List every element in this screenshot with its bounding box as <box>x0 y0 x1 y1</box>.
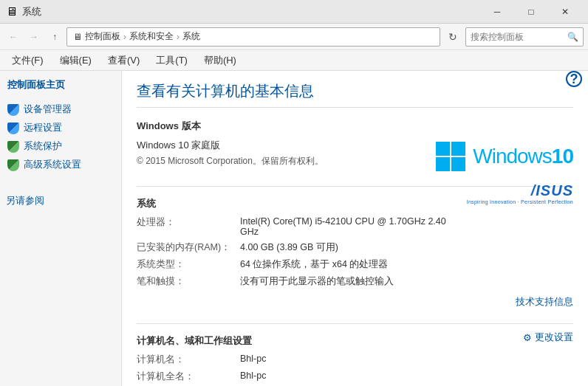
sidebar-item-remote[interactable]: 远程设置 <box>6 119 115 137</box>
cpu-value: Intel(R) Core(TM) i5-4210U CPU @ 1.70GHz… <box>240 216 455 237</box>
page-heading: 查看有关计算机的基本信息 <box>137 81 573 108</box>
addressbar: ← → ↑ 🖥 控制面板 › 系统和安全 › 系统 ↻ 🔍 <box>0 24 588 50</box>
search-input[interactable] <box>471 32 564 42</box>
comp-name-label: 计算机名： <box>137 354 240 366</box>
computer-section-title: 计算机名、域和工作组设置 <box>137 334 252 348</box>
menu-view[interactable]: 查看(V) <box>100 52 147 69</box>
minimize-button[interactable]: ─ <box>480 0 514 24</box>
shield-icon-1 <box>7 104 19 116</box>
tech-support-link[interactable]: 技术支持信息 <box>516 296 573 307</box>
grid-tr <box>451 142 465 156</box>
breadcrumb-part-1: 控制面板 <box>85 30 120 43</box>
windows10-text: Windows10 <box>473 145 573 168</box>
computer-section: 计算机名、域和工作组设置 ⚙ 更改设置 计算机名： Bhl-pc 计算机全名： … <box>137 334 573 386</box>
address-field[interactable]: 🖥 控制面板 › 系统和安全 › 系统 <box>66 27 440 46</box>
sidebar-label-protection: 系统保护 <box>24 140 62 153</box>
menubar: 文件(F) 编辑(E) 查看(V) 工具(T) 帮助(H) <box>0 50 588 71</box>
system-row-pen: 笔和触摸： 没有可用于此显示器的笔或触控输入 <box>137 275 455 288</box>
up-button[interactable]: ↑ <box>46 28 64 46</box>
type-value: 64 位操作系统，基于 x64 的处理器 <box>240 258 455 271</box>
system-row-cpu: 处理器： Intel(R) Core(TM) i5-4210U CPU @ 1.… <box>137 216 455 237</box>
system-row-ram: 已安装的内存(RAM)： 4.00 GB (3.89 GB 可用) <box>137 241 455 254</box>
sidebar-title: 控制面板主页 <box>6 78 115 92</box>
computer-info-table: 计算机名： Bhl-pc 计算机全名： Bhl-pc 计算机描述： 工作组： W… <box>137 354 573 386</box>
system-section-title: 系统 <box>137 197 455 210</box>
breadcrumb-part-2: 系统和安全 <box>129 30 174 43</box>
grid-bl <box>436 157 450 171</box>
shield-icon-3 <box>7 141 19 153</box>
sidebar-item-device-manager[interactable]: 设备管理器 <box>6 100 115 119</box>
windows-version-title: Windows 版本 <box>137 120 573 133</box>
type-label: 系统类型： <box>137 258 240 271</box>
system-info-table: 处理器： Intel(R) Core(TM) i5-4210U CPU @ 1.… <box>137 216 455 288</box>
sidebar-item-advanced[interactable]: 高级系统设置 <box>6 156 115 174</box>
window-controls: ─ □ ✕ <box>480 0 582 24</box>
comp-name-value: Bhl-pc <box>240 354 573 366</box>
menu-file[interactable]: 文件(F) <box>4 52 51 69</box>
content-area: ? 查看有关计算机的基本信息 Windows 版本 Windows 10 家庭版… <box>122 71 588 386</box>
pen-value: 没有可用于此显示器的笔或触控输入 <box>240 275 455 288</box>
menu-help[interactable]: 帮助(H) <box>196 52 244 69</box>
windows-version-section: Windows 版本 Windows 10 家庭版 © 2015 Microso… <box>137 120 573 171</box>
change-settings-label: 更改设置 <box>535 331 573 344</box>
cpu-label: 处理器： <box>137 216 240 237</box>
sidebar-item-protection[interactable]: 系统保护 <box>6 137 115 156</box>
back-button[interactable]: ← <box>4 28 22 46</box>
breadcrumb-sep-2: › <box>177 32 180 42</box>
system-section: 系统 处理器： Intel(R) Core(TM) i5-4210U CPU @… <box>137 197 573 309</box>
refresh-button[interactable]: ↻ <box>443 27 462 46</box>
gear-icon: ⚙ <box>523 332 532 343</box>
ram-label: 已安装的内存(RAM)： <box>137 241 240 254</box>
maximize-button[interactable]: □ <box>514 0 548 24</box>
titlebar-title: 系统 <box>22 5 41 18</box>
divider-2 <box>137 323 573 324</box>
close-button[interactable]: ✕ <box>548 0 582 24</box>
sidebar-label-advanced: 高级系统设置 <box>24 159 81 171</box>
menu-edit[interactable]: 编辑(E) <box>52 52 99 69</box>
main-layout: 控制面板主页 设备管理器 远程设置 系统保护 <box>0 71 588 386</box>
forward-button[interactable]: → <box>25 28 43 46</box>
breadcrumb-part-3: 系统 <box>182 30 200 43</box>
shield-icon-4 <box>7 159 19 171</box>
comp-fullname-label: 计算机全名： <box>137 371 240 383</box>
grid-tl <box>436 142 450 156</box>
help-button[interactable]: ? <box>566 71 582 87</box>
computer-row-name: 计算机名： Bhl-pc <box>137 354 573 366</box>
menu-tools[interactable]: 工具(T) <box>148 52 195 69</box>
search-field[interactable]: 🔍 <box>465 27 584 46</box>
copyright: © 2015 Microsoft Corporation。保留所有权利。 <box>137 155 406 168</box>
windows10-logo: Windows10 <box>436 142 573 171</box>
sidebar-see-also[interactable]: 另请参阅 <box>6 195 115 207</box>
asus-branding: /ISUS Inspiring Innovation · Persistent … <box>455 197 573 205</box>
sidebar-bottom: 另请参阅 <box>6 189 115 207</box>
windows-version-block: Windows 10 家庭版 © 2015 Microsoft Corporat… <box>137 139 573 171</box>
comp-fullname-value: Bhl-pc <box>240 371 573 383</box>
sidebar-label-device-manager: 设备管理器 <box>24 103 72 116</box>
windows-grid-icon <box>436 142 465 171</box>
edition-name: Windows 10 家庭版 <box>137 139 406 152</box>
sidebar: 控制面板主页 设备管理器 远程设置 系统保护 <box>0 71 122 386</box>
change-settings-link[interactable]: ⚙ 更改设置 <box>523 331 573 344</box>
asus-tagline: Inspiring Innovation · Persistent Perfec… <box>455 199 573 205</box>
computer-icon: 🖥 <box>73 32 82 42</box>
shield-icon-2 <box>7 123 19 134</box>
asus-logo: /ISUS <box>455 182 573 199</box>
system-row-type: 系统类型： 64 位操作系统，基于 x64 的处理器 <box>137 258 455 271</box>
grid-br <box>451 157 465 171</box>
version-text: Windows 10 家庭版 © 2015 Microsoft Corporat… <box>137 139 406 168</box>
titlebar: 🖥 系统 ─ □ ✕ <box>0 0 588 24</box>
pen-label: 笔和触摸： <box>137 275 240 288</box>
titlebar-icon: 🖥 <box>6 5 18 18</box>
search-icon: 🔍 <box>567 32 578 42</box>
sidebar-label-remote: 远程设置 <box>24 122 62 134</box>
ram-value: 4.00 GB (3.89 GB 可用) <box>240 241 455 254</box>
breadcrumb-sep-1: › <box>123 32 126 42</box>
computer-row-fullname: 计算机全名： Bhl-pc <box>137 371 573 383</box>
